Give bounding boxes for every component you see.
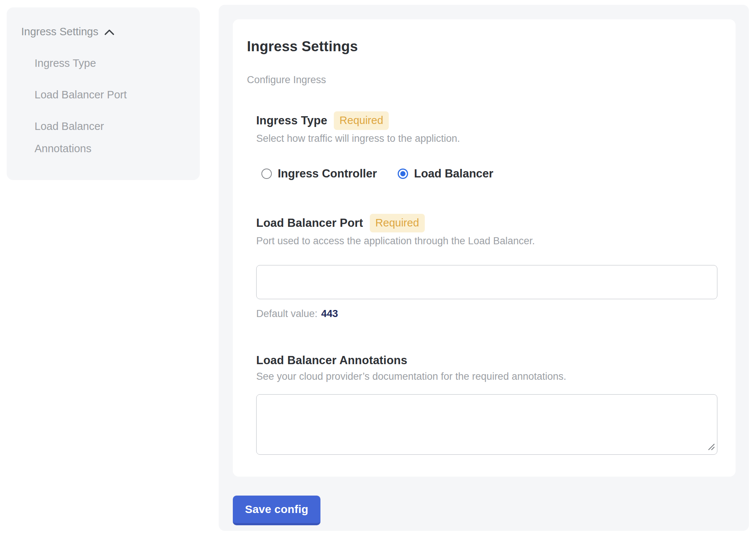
ingress-type-label: Ingress Type <box>256 113 327 128</box>
default-value-label: Default value: <box>256 308 317 319</box>
required-badge: Required <box>370 214 425 232</box>
field-load-balancer-port: Load Balancer Port Required Port used to… <box>256 214 717 320</box>
ingress-settings-card: Ingress Settings Configure Ingress Ingre… <box>233 19 736 477</box>
radio-option-ingress-controller[interactable]: Ingress Controller <box>261 167 377 180</box>
load-balancer-annotations-label: Load Balancer Annotations <box>256 353 407 368</box>
main-panel: Ingress Settings Configure Ingress Ingre… <box>219 5 749 531</box>
field-load-balancer-annotations: Load Balancer Annotations See your cloud… <box>256 353 717 455</box>
default-value-number: 443 <box>321 308 338 319</box>
radio-button-icon[interactable] <box>261 169 272 179</box>
ingress-type-description: Select how traffic will ingress to the a… <box>256 132 717 145</box>
load-balancer-port-input[interactable] <box>256 265 717 299</box>
page-title: Ingress Settings <box>247 38 717 55</box>
sidebar-item-load-balancer-port[interactable]: Load Balancer Port <box>35 84 146 106</box>
load-balancer-annotations-textarea[interactable] <box>256 394 717 455</box>
ingress-type-radio-group: Ingress Controller Load Balancer <box>261 166 717 181</box>
sidebar-section-title: Ingress Settings <box>21 25 98 38</box>
required-badge: Required <box>334 111 389 130</box>
sidebar-item-ingress-type[interactable]: Ingress Type <box>35 52 146 74</box>
sidebar-nav: Ingress Type Load Balancer Port Load Bal… <box>35 52 185 160</box>
chevron-up-icon <box>104 28 114 35</box>
radio-label: Load Balancer <box>414 167 493 180</box>
settings-sidebar: Ingress Settings Ingress Type Load Balan… <box>7 7 200 180</box>
save-config-button[interactable]: Save config <box>233 496 320 525</box>
radio-label: Ingress Controller <box>278 167 377 180</box>
load-balancer-annotations-description: See your cloud provider’s documentation … <box>256 370 717 383</box>
load-balancer-port-description: Port used to access the application thro… <box>256 235 717 247</box>
sidebar-section-toggle[interactable]: Ingress Settings <box>21 25 114 38</box>
sidebar-item-load-balancer-annotations[interactable]: Load Balancer Annotations <box>35 115 146 160</box>
field-ingress-type: Ingress Type Required Select how traffic… <box>256 111 717 181</box>
load-balancer-port-label: Load Balancer Port <box>256 216 363 231</box>
radio-button-icon[interactable] <box>398 169 408 179</box>
radio-option-load-balancer[interactable]: Load Balancer <box>398 167 493 180</box>
page-subtitle: Configure Ingress <box>247 74 717 86</box>
default-value-line: Default value:443 <box>256 307 717 320</box>
